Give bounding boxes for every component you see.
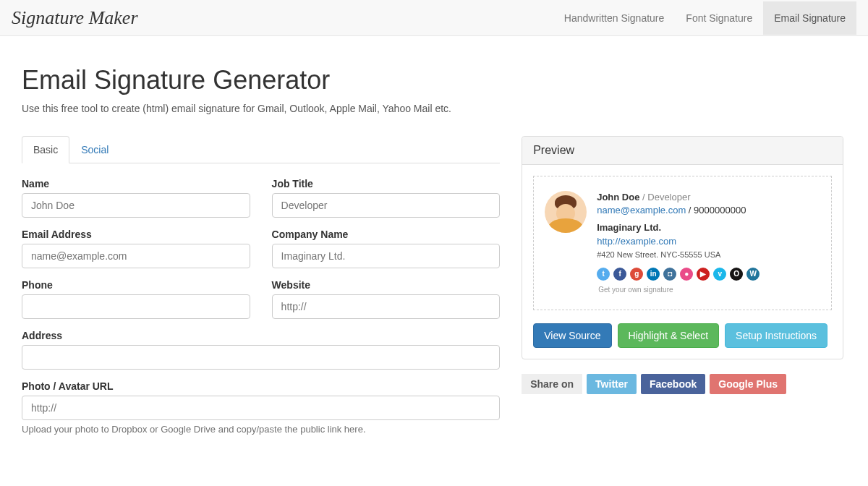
preview-panel: Preview John Doe / Developer name@exampl…: [522, 136, 843, 359]
name-input[interactable]: [22, 193, 250, 218]
nav-font[interactable]: Font Signature: [675, 1, 763, 35]
address-input[interactable]: [22, 345, 500, 370]
company-input[interactable]: [272, 244, 501, 268]
share-facebook-button[interactable]: Facebook: [641, 374, 705, 394]
name-label: Name: [22, 178, 250, 189]
form-tabs: Basic Social: [22, 136, 500, 163]
photo-label: Photo / Avatar URL: [22, 380, 500, 392]
setup-button[interactable]: Setup Instructions: [725, 323, 827, 348]
vimeo-icon[interactable]: v: [713, 268, 726, 281]
page-title: Email Signature Generator: [22, 65, 846, 95]
tab-social[interactable]: Social: [69, 136, 120, 163]
preview-address: #420 New Street. NYC-55555 USA: [597, 250, 760, 260]
preview-email[interactable]: name@example.com: [597, 205, 686, 216]
job-input[interactable]: [272, 193, 501, 218]
main-container: Email Signature Generator Use this free …: [11, 36, 857, 460]
phone-label: Phone: [22, 279, 250, 291]
preview-phone: 9000000000: [694, 205, 746, 216]
nav-email[interactable]: Email Signature: [763, 1, 856, 35]
social-icons-row: tfgin◘●▶vOW: [597, 268, 760, 281]
preview-sep2: /: [686, 205, 694, 216]
company-label: Company Name: [272, 229, 501, 240]
website-input[interactable]: [272, 294, 501, 319]
phone-input[interactable]: [22, 294, 250, 319]
instagram-icon[interactable]: ◘: [663, 268, 676, 281]
avatar: [545, 191, 587, 233]
preview-column: Preview John Doe / Developer name@exampl…: [522, 136, 843, 446]
navbar: Signature Maker Handwritten Signature Fo…: [0, 0, 868, 36]
website-label: Website: [272, 279, 501, 291]
preview-company: Imaginary Ltd.: [597, 221, 760, 234]
googleplus-icon[interactable]: g: [630, 268, 643, 281]
github-icon[interactable]: O: [730, 268, 743, 281]
wordpress-icon[interactable]: W: [746, 268, 760, 281]
own-signature-link[interactable]: Get your own signature: [598, 285, 760, 295]
share-google-button[interactable]: Google Plus: [710, 374, 786, 394]
photo-help: Upload your photo to Dropbox or Google D…: [22, 424, 500, 435]
highlight-button[interactable]: Highlight & Select: [618, 323, 720, 348]
preview-name: John Doe: [597, 192, 639, 202]
photo-input[interactable]: [22, 396, 500, 420]
preview-website[interactable]: http://example.com: [597, 236, 676, 247]
preview-role: Developer: [647, 192, 690, 202]
signature-preview: John Doe / Developer name@example.com / …: [533, 176, 832, 310]
share-row: Share on Twitter Facebook Google Plus: [522, 374, 843, 394]
twitter-icon[interactable]: t: [597, 268, 610, 281]
facebook-icon[interactable]: f: [613, 268, 626, 281]
share-twitter-button[interactable]: Twitter: [587, 374, 637, 394]
nav-handwritten[interactable]: Handwritten Signature: [553, 1, 676, 35]
preview-sep: /: [639, 192, 647, 202]
form-column: Basic Social Name Job Title Email Addres…: [22, 136, 500, 446]
youtube-icon[interactable]: ▶: [697, 268, 710, 281]
page-subtitle: Use this free tool to create (html) emai…: [22, 103, 846, 114]
email-label: Email Address: [22, 229, 250, 240]
email-input[interactable]: [22, 244, 250, 268]
share-label: Share on: [522, 374, 582, 394]
brand-logo: Signature Maker: [12, 7, 138, 29]
tab-basic[interactable]: Basic: [22, 136, 69, 163]
preview-heading: Preview: [522, 137, 843, 165]
linkedin-icon[interactable]: in: [647, 268, 660, 281]
job-label: Job Title: [272, 178, 501, 189]
address-label: Address: [22, 330, 500, 341]
nav-right: Handwritten Signature Font Signature Ema…: [553, 1, 856, 35]
dribbble-icon[interactable]: ●: [680, 268, 693, 281]
view-source-button[interactable]: View Source: [533, 323, 611, 348]
